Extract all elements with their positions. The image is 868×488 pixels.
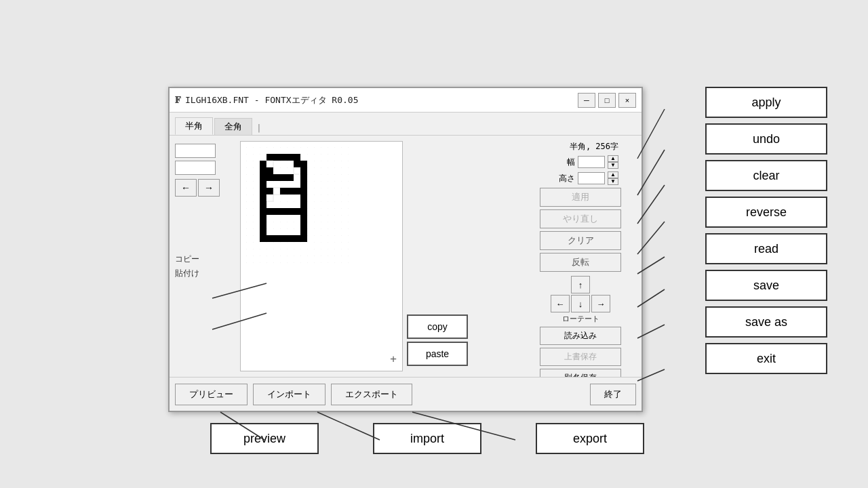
svg-rect-34 [300,201,307,208]
svg-rect-21 [260,181,267,188]
svg-rect-25 [273,188,280,195]
minimize-button[interactable]: ─ [578,93,595,108]
reverse-jp-button[interactable]: 反転 [540,253,621,272]
rotate-row: ← ↓ → [551,295,610,312]
svg-rect-40 [294,208,300,215]
svg-rect-8 [267,161,273,167]
svg-rect-49 [267,235,273,242]
svg-rect-6 [294,154,300,161]
copy-button[interactable]: copy [407,314,468,339]
copypaste-jp-area: コピー 貼付け [175,253,236,279]
svg-rect-52 [287,235,294,242]
bottom-bar: プリビュー インポート エクスポート 終了 [170,377,642,411]
svg-rect-23 [260,188,267,195]
exit-jp-button[interactable]: 終了 [590,384,636,405]
saveas-ann-button[interactable]: save as [705,306,827,338]
copypaste-en-area: copy paste [407,141,475,371]
import-jp-button[interactable]: インポート [253,384,326,405]
import-ann-button[interactable]: import [373,423,481,454]
exit-ann-button[interactable]: exit [705,343,827,374]
svg-rect-5 [287,154,294,161]
height-input[interactable]: 16 [578,172,605,184]
prev-char-button[interactable]: ← [175,179,197,197]
width-row: 幅 8 ▲ ▼ [479,155,621,169]
svg-rect-54 [300,235,307,242]
svg-rect-35 [260,208,267,215]
clear-ann-button[interactable]: clear [705,160,827,191]
svg-rect-3 [273,154,280,161]
rotate-label: ローテート [562,314,599,324]
svg-rect-2 [267,154,273,161]
svg-rect-39 [287,208,294,215]
height-label: 高さ [559,173,575,184]
export-jp-button[interactable]: エクスポート [331,384,412,405]
reverse-ann-button[interactable]: reverse [705,197,827,228]
pixel-canvas[interactable] [246,147,355,269]
svg-rect-16 [267,174,273,181]
svg-rect-26 [280,188,287,195]
preview-ann-button[interactable]: preview [210,423,319,454]
svg-rect-43 [300,215,307,222]
height-up-button[interactable]: ▲ [608,171,618,178]
height-row: 高さ 16 ▲ ▼ [479,171,621,185]
tab-zenkaku[interactable]: 全角 [214,118,252,135]
read-ann-button[interactable]: read [705,233,827,264]
char-code-input[interactable]: 30 [175,161,216,175]
undo-jp-button[interactable]: やり直し [540,209,621,228]
svg-rect-18 [280,174,287,181]
svg-rect-32 [300,195,307,201]
svg-rect-31 [267,195,273,201]
svg-rect-37 [273,208,280,215]
paste-button[interactable]: paste [407,342,468,366]
maximize-button[interactable]: □ [598,93,616,108]
annotation-panel: apply undo clear reverse read save save … [705,87,827,374]
svg-rect-42 [260,215,267,222]
apply-jp-button[interactable]: 適用 [540,188,621,207]
tab-hankaku[interactable]: 半角 [175,117,213,135]
save-ann-button[interactable]: save [705,270,827,301]
tab-bar: 半角 全角 | [170,113,642,136]
next-char-button[interactable]: → [198,179,220,197]
preview-jp-button[interactable]: プリビュー [175,384,248,405]
save-jp-button[interactable]: 上書保存 [540,348,621,366]
svg-rect-50 [273,235,280,242]
title-bar: 𝐅 ILGH16XB.FNT - FONTXエディタ R0.05 ─ □ × [170,88,642,113]
close-button[interactable]: × [618,93,636,108]
svg-rect-28 [294,188,300,195]
svg-rect-44 [260,222,267,228]
undo-ann-button[interactable]: undo [705,123,827,155]
svg-rect-7 [260,161,267,167]
nav-buttons: ← → [175,179,236,197]
svg-rect-41 [300,208,307,215]
rotate-up-button[interactable]: ↑ [571,276,590,293]
canvas-area[interactable]: + [240,141,403,371]
main-window: 𝐅 ILGH16XB.FNT - FONTXエディタ R0.05 ─ □ × 半… [168,87,643,412]
svg-rect-4 [280,154,287,161]
title-bar-controls: ─ □ × [578,93,636,108]
tab-divider: | [254,121,264,135]
rotate-left-button[interactable]: ← [551,295,570,312]
width-down-button[interactable]: ▼ [608,162,618,169]
svg-rect-20 [300,174,307,181]
left-panel: 0 30 ← → コピー 貼付け [175,141,236,371]
svg-rect-15 [260,174,267,181]
rotate-down-button[interactable]: ↓ [571,295,590,312]
width-input[interactable]: 8 [578,156,605,168]
svg-rect-10 [300,161,307,167]
clear-jp-button[interactable]: クリア [540,231,621,250]
rotate-right-button[interactable]: → [591,295,610,312]
plus-indicator: + [390,352,397,365]
svg-rect-47 [300,228,307,235]
height-spinner: ▲ ▼ [608,171,618,185]
width-up-button[interactable]: ▲ [608,155,618,162]
height-down-button[interactable]: ▼ [608,178,618,185]
svg-rect-22 [300,181,307,188]
char-index-input[interactable]: 0 [175,144,216,158]
svg-rect-14 [300,167,307,174]
svg-rect-24 [267,188,273,195]
info-text: 半角, 256字 [570,142,618,151]
window-title: ILGH16XB.FNT - FONTXエディタ R0.05 [185,94,359,106]
export-ann-button[interactable]: export [536,423,644,454]
apply-ann-button[interactable]: apply [705,87,827,118]
read-jp-button[interactable]: 読み込み [540,327,621,345]
